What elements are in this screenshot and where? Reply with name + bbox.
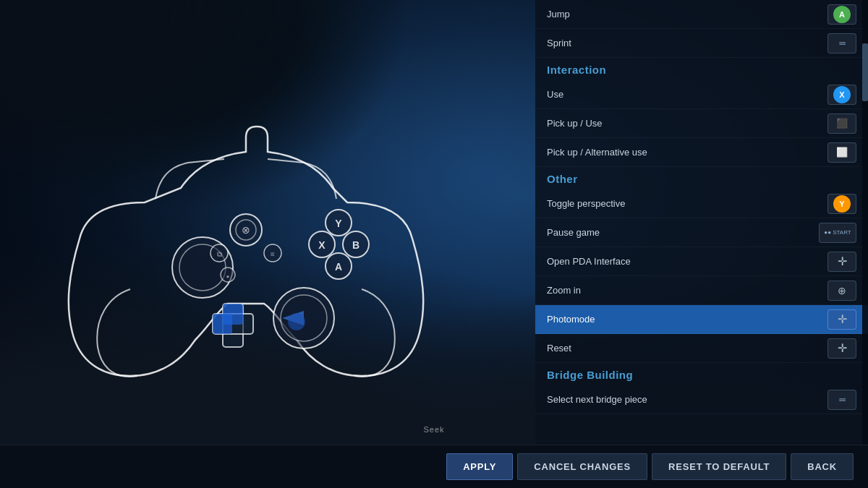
keybind-label-use: Use (547, 89, 827, 100)
keybind-label-zoom-in: Zoom in (547, 285, 827, 296)
btn-x-icon: X (833, 86, 851, 103)
cancel-changes-button[interactable]: CANCEL CHANGES (517, 453, 647, 480)
keybind-row-pickup-use[interactable]: Pick up / Use ⬛ (535, 109, 868, 138)
svg-rect-8 (213, 314, 232, 334)
section-header-bridge: Bridge Building (535, 363, 868, 385)
svg-text:●: ● (226, 273, 230, 280)
svg-text:⧉: ⧉ (217, 250, 222, 258)
apply-button[interactable]: APPLY (446, 453, 513, 480)
keybind-key-open-pda[interactable]: ✛ (827, 252, 856, 272)
keybind-label-pause: Pause game (547, 227, 819, 238)
back-button[interactable]: BACK (791, 453, 854, 480)
keybind-row-use[interactable]: Use X (535, 80, 868, 109)
keybind-row-select-bridge[interactable]: Select next bridge piece ≡≡ (535, 385, 868, 414)
dpad-icon-photomode: ✛ (838, 312, 847, 326)
svg-text:≡: ≡ (271, 250, 275, 258)
menu-icon: ≡≡ (839, 40, 846, 47)
section-header-interaction: Interaction (535, 58, 868, 80)
svg-text:A: A (335, 261, 342, 273)
keybind-label-photomode: Photomode (547, 314, 827, 325)
keybind-label-toggle-perspective: Toggle perspective (547, 198, 827, 209)
keybind-row-toggle-perspective[interactable]: Toggle perspective Y (535, 189, 868, 218)
keybind-key-zoom-in[interactable]: ⊕ (827, 281, 856, 301)
keybind-key-reset[interactable]: ✛ (827, 338, 856, 359)
keybind-label-pickup-use: Pick up / Use (547, 118, 827, 129)
keybind-row-open-pda[interactable]: Open PDA Interface ✛ (535, 247, 868, 276)
bumper-icon-1: ⬛ (836, 118, 848, 129)
scrollbar-track (862, 0, 868, 445)
keybind-key-pickup-alt[interactable]: ⬜ (827, 142, 856, 163)
keybind-label-sprint: Sprint (547, 38, 827, 48)
bottom-bar: APPLY CANCEL CHANGES RESET TO DEFAULT BA… (0, 445, 868, 488)
keybind-row-reset[interactable]: Reset ✛ (535, 334, 868, 363)
keybind-key-use[interactable]: X (827, 85, 856, 105)
keybind-label-pickup-alt: Pick up / Alternative use (547, 147, 827, 158)
dpad-icon-reset: ✛ (838, 341, 847, 355)
keybind-key-photomode[interactable]: ✛ (827, 309, 856, 330)
keybind-key-pause[interactable]: ●● START (819, 223, 856, 243)
menu-icon-2: ≡≡ (839, 396, 846, 403)
svg-point-4 (288, 313, 305, 330)
seek-label: Seek (423, 425, 444, 434)
keybind-row-zoom-in[interactable]: Zoom in ⊕ (535, 276, 868, 305)
keybind-key-sprint[interactable]: ≡≡ (827, 33, 856, 53)
keybindings-panel[interactable]: Jump A Sprint ≡≡ Interaction Use X Pick … (535, 0, 868, 445)
reset-to-default-button[interactable]: RESET TO DEFAULT (652, 453, 786, 480)
section-header-other: Other (535, 167, 868, 189)
keybind-key-toggle-perspective[interactable]: Y (827, 194, 856, 214)
keybind-key-select-bridge[interactable]: ≡≡ (827, 390, 856, 410)
keybind-key-jump[interactable]: A (827, 4, 856, 25)
dpad-icon-zoom: ⊕ (838, 285, 846, 296)
keybind-row-pickup-alt[interactable]: Pick up / Alternative use ⬜ (535, 138, 868, 167)
svg-text:X: X (318, 239, 326, 251)
keybind-row-pause[interactable]: Pause game ●● START (535, 218, 868, 247)
svg-text:⊗: ⊗ (242, 224, 250, 236)
scrollbar-thumb[interactable] (862, 43, 868, 101)
svg-text:B: B (352, 239, 359, 251)
btn-y-icon: Y (833, 195, 851, 213)
keybind-label-select-bridge: Select next bridge piece (547, 394, 827, 405)
svg-text:Y: Y (335, 218, 342, 229)
dpad-up-icon: ✛ (838, 254, 847, 268)
keybind-row-sprint[interactable]: Sprint ≡≡ (535, 29, 868, 58)
keybind-row-photomode[interactable]: Photomode ✛ (535, 305, 868, 334)
bumper-icon-2: ⬜ (836, 147, 848, 158)
start-icon: ●● START (824, 229, 851, 236)
keybind-label-reset: Reset (547, 343, 827, 354)
controller-display: ⊗ ⧉ ≡ Y X B A ● (43, 43, 448, 390)
btn-a-icon: A (833, 6, 851, 23)
keybind-row-jump[interactable]: Jump A (535, 0, 868, 29)
keybind-label-open-pda: Open PDA Interface (547, 256, 827, 267)
keybind-key-pickup-use[interactable]: ⬛ (827, 114, 856, 134)
keybind-label-jump: Jump (547, 9, 827, 20)
